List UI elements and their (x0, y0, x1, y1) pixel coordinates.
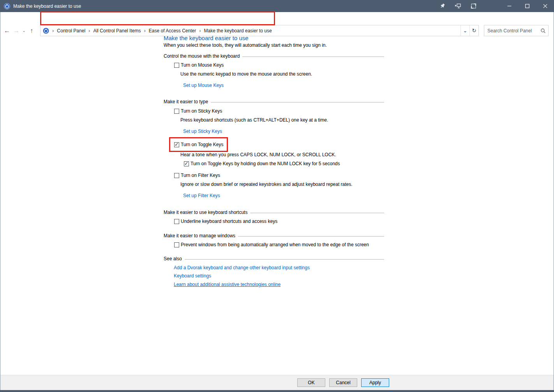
highlight-annotation-toggle-keys: Turn on Toggle Keys (169, 137, 228, 152)
breadcrumb-item-make-keyboard-easier[interactable]: Make the keyboard easier to use (204, 28, 272, 34)
checkbox-row-filter-keys: Turn on Filter Keys (174, 172, 384, 178)
filter-keys-label[interactable]: Turn on Filter Keys (181, 173, 220, 178)
toggle-keys-checkbox[interactable] (174, 142, 179, 147)
page-title: Make the keyboard easier to use (164, 34, 384, 42)
breadcrumb: › Control Panel › All Control Panel Item… (41, 28, 272, 34)
toggle-keys-numlock-checkbox[interactable] (184, 161, 189, 166)
mouse-keys-label[interactable]: Turn on Mouse Keys (181, 62, 224, 68)
sticky-keys-label[interactable]: Turn on Sticky Keys (181, 108, 222, 114)
breadcrumb-item-ease-of-access-center[interactable]: Ease of Access Center (149, 28, 196, 34)
maximize-icon[interactable] (518, 0, 536, 12)
toggle-keys-numlock-label[interactable]: Turn on Toggle Keys by holding down the … (191, 161, 340, 166)
sticky-keys-description: Press keyboard shortcuts (such as CTRL+A… (180, 117, 384, 123)
footer-bar: OK Cancel Apply (0, 375, 554, 390)
window-border-bottom (0, 390, 554, 392)
toggle-keys-label[interactable]: Turn on Toggle Keys (181, 142, 223, 147)
close-icon[interactable] (536, 0, 554, 12)
filter-keys-description: Ignore or slow down brief or repeated ke… (180, 182, 384, 187)
breadcrumb-separator-icon: › (141, 28, 148, 34)
breadcrumb-separator-icon: › (196, 28, 204, 34)
titlebar-controls (434, 0, 554, 12)
group-label-control-mouse: Control the mouse with the keyboard (164, 53, 384, 59)
back-icon[interactable]: ← (2, 27, 12, 34)
search-input[interactable] (487, 28, 540, 34)
prevent-arrange-checkbox[interactable] (174, 242, 179, 247)
filter-keys-checkbox[interactable] (174, 173, 179, 178)
titlebar-spacer (481, 0, 500, 12)
prevent-arrange-label[interactable]: Prevent windows from being automatically… (181, 242, 369, 247)
group-divider (250, 213, 384, 213)
window-border-left (0, 12, 0, 392)
breadcrumb-separator-icon: › (49, 28, 57, 34)
title-bar: Make the keyboard easier to use (0, 0, 554, 12)
checkbox-row-toggle-keys-numlock: Turn on Toggle Keys by holding down the … (184, 161, 384, 167)
underline-shortcuts-label[interactable]: Underline keyboard shortcuts and access … (181, 219, 277, 224)
checkbox-row-prevent-arrange: Prevent windows from being automatically… (174, 242, 384, 248)
cancel-button[interactable]: Cancel (329, 378, 357, 387)
checkbox-row-underline-shortcuts: Underline keyboard shortcuts and access … (174, 218, 384, 224)
search-icon[interactable] (540, 28, 546, 34)
minimize-icon[interactable] (500, 0, 518, 12)
nav-history-chevron-icon[interactable]: ⌄ (21, 28, 27, 33)
set-up-mouse-keys-link[interactable]: Set up Mouse Keys (183, 83, 384, 88)
breadcrumb-separator-icon: › (85, 28, 93, 34)
main-content: Make the keyboard easier to use When you… (164, 34, 384, 288)
group-divider (242, 57, 384, 57)
up-icon[interactable]: ↑ (27, 27, 36, 34)
window-title: Make the keyboard easier to use (13, 4, 81, 9)
group-divider (185, 259, 384, 260)
group-label-manage-windows: Make it easier to manage windows (164, 233, 384, 239)
group-divider (238, 236, 384, 237)
search-box (484, 25, 549, 36)
toggle-keys-description: Hear a tone when you press CAPS LOCK, NU… (180, 152, 384, 158)
mouse-keys-checkbox[interactable] (174, 63, 179, 68)
keyboard-settings-link[interactable]: Keyboard settings (174, 273, 384, 279)
forward-icon[interactable]: → (12, 27, 21, 34)
intro-text: When you select these tools, they will a… (164, 42, 384, 48)
nav-buttons: ← → ⌄ ↑ (2, 25, 36, 36)
set-up-sticky-keys-link[interactable]: Set up Sticky Keys (183, 129, 384, 134)
navigation-bar: ← → ⌄ ↑ › Control Panel › All Control Pa… (0, 12, 554, 27)
group-label-easier-to-type: Make it easier to type (164, 99, 384, 105)
checkbox-row-mouse-keys: Turn on Mouse Keys (174, 62, 384, 68)
breadcrumb-item-all-control-panel-items[interactable]: All Control Panel Items (93, 28, 141, 34)
sticky-keys-checkbox[interactable] (174, 109, 179, 114)
assistive-technologies-link[interactable]: Learn about additional assistive technol… (174, 282, 384, 288)
group-label-see-also: See also (164, 256, 384, 262)
fullscreen-frame-icon[interactable] (466, 0, 481, 12)
refresh-icon[interactable]: ↻ (469, 25, 478, 36)
underline-shortcuts-checkbox[interactable] (174, 219, 179, 224)
pin-icon[interactable] (434, 0, 450, 12)
breadcrumb-item-control-panel[interactable]: Control Panel (57, 28, 85, 34)
ok-button[interactable]: OK (297, 378, 325, 387)
address-dropdown-icon[interactable]: ⌄ (460, 25, 469, 36)
monitor-play-icon[interactable] (450, 0, 466, 12)
mouse-keys-description: Use the numeric keypad to move the mouse… (180, 71, 384, 77)
group-divider (211, 102, 384, 102)
group-label-keyboard-shortcuts: Make it easier to use keyboard shortcuts (164, 210, 384, 215)
checkbox-row-sticky-keys: Turn on Sticky Keys (174, 108, 384, 114)
set-up-filter-keys-link[interactable]: Set up Filter Keys (183, 193, 384, 199)
apply-button[interactable]: Apply (361, 378, 389, 387)
ease-of-access-icon (4, 3, 10, 9)
checkbox-row-toggle-keys: Turn on Toggle Keys (174, 141, 227, 148)
ease-of-access-icon (43, 28, 49, 34)
dvorak-keyboard-link[interactable]: Add a Dvorak keyboard and change other k… (174, 265, 384, 271)
